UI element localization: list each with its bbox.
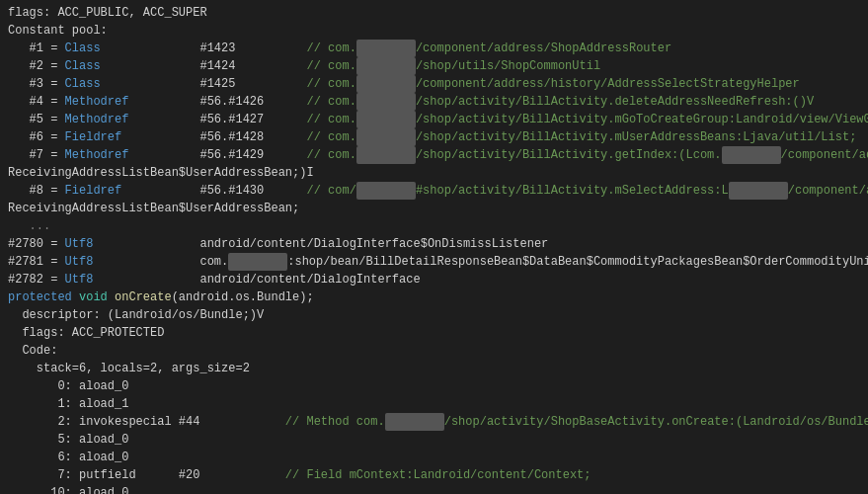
code-line: protected void onCreate(android.os.Bundl… xyxy=(8,288,860,306)
code-line: Constant pool: xyxy=(8,22,860,40)
code-line: flags: ACC_PROTECTED xyxy=(8,324,860,342)
code-line: #7 = Methodref #56.#1429 // com. /shop/a… xyxy=(8,146,860,164)
code-line: #2781 = Utf8 com. :shop/bean/BillDetailR… xyxy=(8,253,860,271)
code-line: flags: ACC_PUBLIC, ACC_SUPER xyxy=(8,4,860,22)
code-line: 1: aload_1 xyxy=(8,395,860,413)
code-line: #8 = Fieldref #56.#1430 // com/ #shop/ac… xyxy=(8,182,860,200)
code-line: descriptor: (Landroid/os/Bundle;)V xyxy=(8,306,860,324)
code-line: ReceivingAddressListBean$UserAddressBean… xyxy=(8,164,860,182)
code-line: #2782 = Utf8 android/content/DialogInter… xyxy=(8,271,860,288)
code-line: #6 = Fieldref #56.#1428 // com. /shop/ac… xyxy=(8,128,860,146)
code-line: ReceivingAddressListBean$UserAddressBean… xyxy=(8,200,860,217)
code-viewer: flags: ACC_PUBLIC, ACC_SUPER Constant po… xyxy=(0,0,868,494)
code-line: #5 = Methodref #56.#1427 // com. /shop/a… xyxy=(8,111,860,128)
code-line: #2 = Class #1424 // com. /shop/utils/Sho… xyxy=(8,57,860,75)
code-line: #2780 = Utf8 android/content/DialogInter… xyxy=(8,235,860,253)
code-line: 0: aload_0 xyxy=(8,377,860,395)
code-line: 7: putfield #20 // Field mContext:Landro… xyxy=(8,466,860,484)
code-line: #4 = Methodref #56.#1426 // com. /shop/a… xyxy=(8,93,860,111)
code-line: #1 = Class #1423 // com. /component/addr… xyxy=(8,40,860,57)
code-line: Code: xyxy=(8,342,860,360)
code-line: #3 = Class #1425 // com. /component/addr… xyxy=(8,75,860,93)
code-line: 2: invokespecial #44 // Method com. /sho… xyxy=(8,413,860,431)
code-line: stack=6, locals=2, args_size=2 xyxy=(8,360,860,377)
code-line: 5: aload_0 xyxy=(8,431,860,449)
code-line: 10: aload_0 xyxy=(8,484,860,494)
code-line: ... xyxy=(8,217,860,235)
code-line: 6: aload_0 xyxy=(8,449,860,466)
